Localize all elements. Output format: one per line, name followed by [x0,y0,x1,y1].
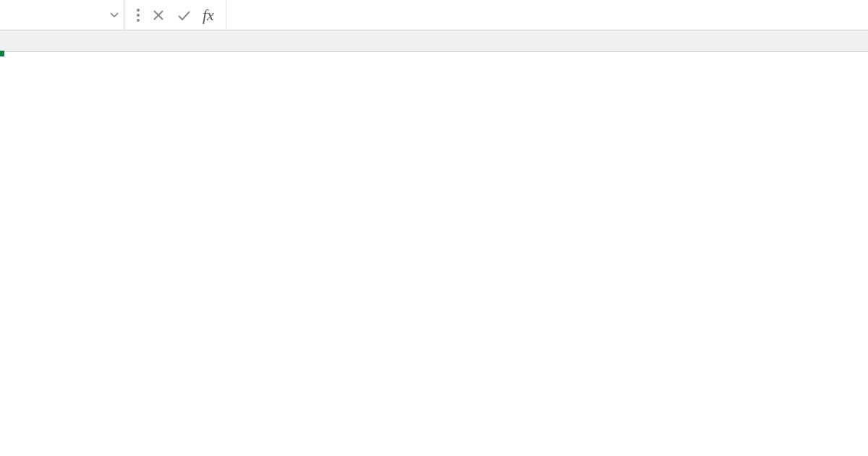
cancel-icon[interactable] [152,9,165,22]
active-cell-outline [0,52,3,55]
formula-input[interactable] [226,0,868,30]
formula-bar-tools: fx [124,0,226,30]
column-headers [0,30,868,52]
fx-icon[interactable]: fx [203,6,214,25]
app-root: fx [0,0,868,52]
svg-point-2 [137,19,140,22]
chevron-down-icon[interactable] [105,0,124,30]
svg-point-1 [137,14,140,17]
name-box[interactable] [0,0,124,30]
dots-icon[interactable] [136,8,140,22]
formula-bar: fx [0,0,868,30]
enter-icon[interactable] [176,9,191,22]
svg-point-0 [137,9,140,12]
